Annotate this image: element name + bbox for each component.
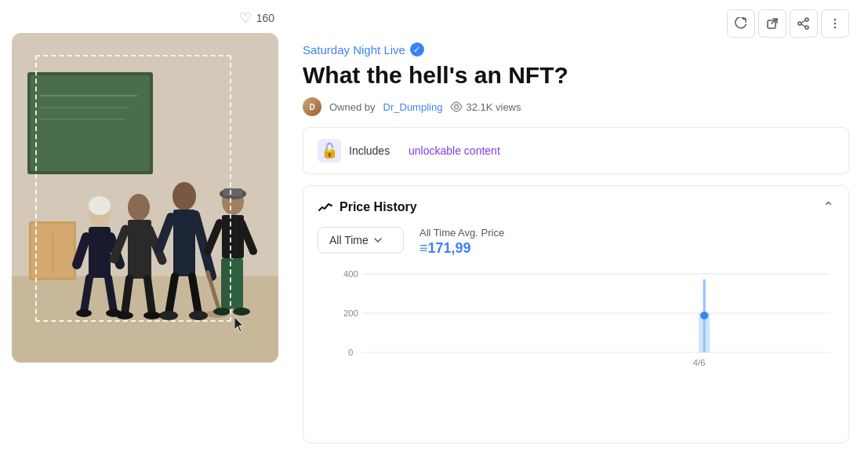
svg-point-45 bbox=[213, 308, 231, 316]
svg-point-42 bbox=[143, 312, 161, 319]
svg-point-56 bbox=[834, 27, 836, 28]
views-count: 32.1K views bbox=[450, 100, 521, 113]
external-link-button[interactable] bbox=[758, 9, 786, 38]
top-bar bbox=[303, 9, 849, 38]
svg-point-51 bbox=[798, 22, 801, 25]
owned-by-label: Owned by bbox=[329, 101, 376, 113]
owner-link[interactable]: Dr_Dumpling bbox=[383, 101, 443, 113]
channel-row: Saturday Night Live ✓ bbox=[303, 42, 849, 57]
svg-rect-34 bbox=[232, 258, 243, 309]
svg-point-17 bbox=[128, 194, 150, 221]
share-button[interactable] bbox=[790, 9, 818, 38]
right-panel: Saturday Night Live ✓ What the hell's an… bbox=[290, 0, 868, 456]
nft-title: What the hell's an NFT? bbox=[303, 61, 849, 89]
avg-price-label: All Time Avg. Price bbox=[419, 227, 504, 239]
unlockable-link[interactable]: unlockable content bbox=[409, 144, 500, 157]
channel-name-link[interactable]: Saturday Night Live bbox=[303, 43, 405, 57]
svg-text:0: 0 bbox=[348, 348, 353, 357]
svg-point-66 bbox=[700, 312, 708, 319]
svg-rect-38 bbox=[223, 188, 242, 196]
eye-icon bbox=[450, 100, 463, 113]
more-button[interactable] bbox=[821, 9, 849, 38]
svg-line-53 bbox=[801, 24, 805, 27]
svg-text:200: 200 bbox=[343, 308, 358, 318]
time-filter-dropdown[interactable]: All Time bbox=[318, 227, 404, 254]
svg-line-52 bbox=[801, 20, 805, 23]
owner-row: D Owned by Dr_Dumpling 32.1K views bbox=[303, 97, 849, 116]
like-count: 160 bbox=[256, 12, 274, 24]
svg-point-16 bbox=[89, 196, 111, 215]
price-history-title: Price History bbox=[318, 199, 417, 215]
price-history-label: Price History bbox=[340, 200, 417, 214]
verified-badge: ✓ bbox=[410, 42, 424, 57]
svg-line-14 bbox=[84, 278, 89, 312]
price-history-section: Price History ⌃ All Time All Time Avg. P… bbox=[303, 185, 849, 443]
svg-line-48 bbox=[772, 19, 777, 24]
unlockable-box: 🔓 Includes unlockable content bbox=[303, 127, 849, 174]
svg-line-15 bbox=[108, 278, 114, 312]
refresh-button[interactable] bbox=[727, 9, 755, 38]
svg-point-23 bbox=[173, 182, 196, 210]
svg-point-55 bbox=[834, 23, 836, 24]
avg-price-block: All Time Avg. Price ≡171,99 bbox=[419, 227, 504, 257]
includes-label: Includes bbox=[349, 144, 390, 157]
lock-icon: 🔓 bbox=[318, 139, 341, 162]
svg-point-40 bbox=[189, 311, 208, 320]
svg-point-49 bbox=[805, 18, 808, 21]
svg-line-21 bbox=[125, 279, 129, 314]
left-panel: ♡ 160 bbox=[0, 0, 290, 456]
svg-point-57 bbox=[455, 105, 459, 109]
svg-point-44 bbox=[106, 309, 122, 317]
owner-avatar: D bbox=[303, 97, 321, 116]
price-chart: 400 200 0 4/6 bbox=[318, 268, 834, 370]
views-value: 32.1K views bbox=[466, 101, 521, 113]
avg-price-value: ≡171,99 bbox=[419, 240, 504, 257]
chart-trend-icon bbox=[318, 199, 333, 215]
svg-point-43 bbox=[76, 309, 92, 317]
price-history-header: Price History ⌃ bbox=[318, 199, 834, 216]
filter-row: All Time All Time Avg. Price ≡171,99 bbox=[318, 227, 834, 257]
like-row: ♡ 160 bbox=[0, 0, 290, 33]
svg-point-46 bbox=[233, 308, 250, 316]
time-filter-value: All Time bbox=[329, 234, 369, 246]
svg-text:400: 400 bbox=[343, 269, 358, 279]
svg-point-39 bbox=[159, 311, 178, 320]
svg-point-54 bbox=[834, 19, 836, 20]
collapse-button[interactable]: ⌃ bbox=[823, 199, 834, 216]
svg-rect-33 bbox=[221, 258, 232, 309]
svg-point-50 bbox=[805, 26, 808, 29]
dropdown-chevron-icon bbox=[373, 235, 383, 245]
svg-line-22 bbox=[147, 279, 152, 314]
svg-rect-3 bbox=[31, 75, 150, 171]
svg-text:4/6: 4/6 bbox=[693, 358, 706, 367]
like-icon[interactable]: ♡ bbox=[239, 9, 252, 27]
nft-image bbox=[12, 33, 278, 363]
